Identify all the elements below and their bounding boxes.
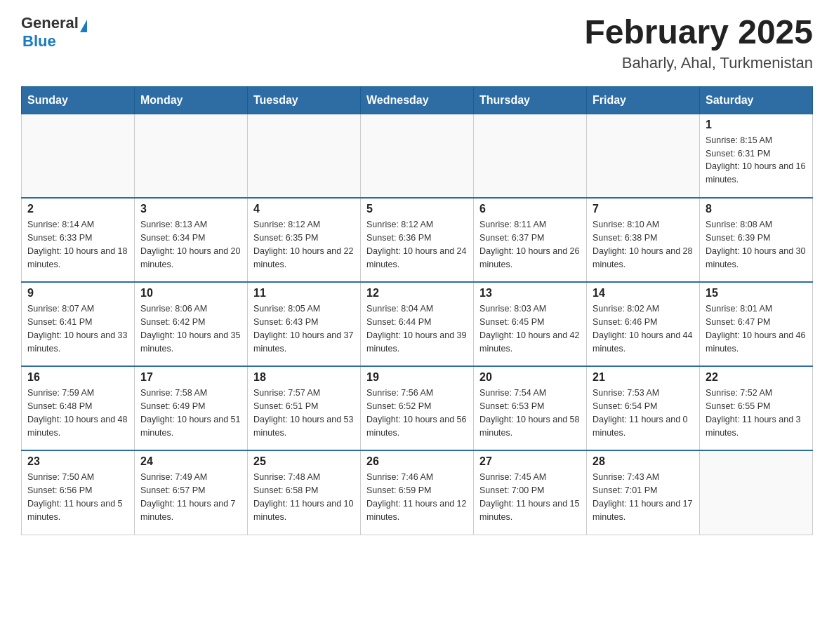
day-info: Sunrise: 7:53 AMSunset: 6:54 PMDaylight:… [593, 387, 694, 439]
calendar-cell: 15Sunrise: 8:01 AMSunset: 6:47 PMDayligh… [700, 282, 813, 366]
calendar-cell: 26Sunrise: 7:46 AMSunset: 6:59 PMDayligh… [361, 450, 474, 535]
calendar-cell: 1Sunrise: 8:15 AMSunset: 6:31 PMDaylight… [700, 114, 813, 198]
weekday-header-friday: Friday [587, 86, 700, 114]
day-info: Sunrise: 8:11 AMSunset: 6:37 PMDaylight:… [479, 218, 581, 271]
calendar-cell: 27Sunrise: 7:45 AMSunset: 7:00 PMDayligh… [474, 450, 587, 535]
calendar-table: SundayMondayTuesdayWednesdayThursdayFrid… [21, 86, 813, 535]
day-number: 17 [140, 371, 241, 384]
location-title: Baharly, Ahal, Turkmenistan [584, 54, 813, 72]
logo: General Blue [21, 14, 87, 51]
day-info: Sunrise: 7:59 AMSunset: 6:48 PMDaylight:… [27, 387, 128, 439]
calendar-cell: 17Sunrise: 7:58 AMSunset: 6:49 PMDayligh… [135, 366, 248, 450]
day-info: Sunrise: 8:02 AMSunset: 6:46 PMDaylight:… [593, 302, 694, 355]
weekday-header-sunday: Sunday [22, 86, 135, 114]
calendar-cell: 4Sunrise: 8:12 AMSunset: 6:35 PMDaylight… [248, 198, 361, 282]
day-info: Sunrise: 8:15 AMSunset: 6:31 PMDaylight:… [706, 134, 807, 187]
day-number: 15 [706, 287, 807, 300]
calendar-cell: 22Sunrise: 7:52 AMSunset: 6:55 PMDayligh… [700, 366, 813, 450]
calendar-cell: 14Sunrise: 8:02 AMSunset: 6:46 PMDayligh… [587, 282, 700, 366]
calendar-cell: 23Sunrise: 7:50 AMSunset: 6:56 PMDayligh… [22, 450, 135, 535]
calendar-cell: 25Sunrise: 7:48 AMSunset: 6:58 PMDayligh… [248, 450, 361, 535]
calendar-cell: 18Sunrise: 7:57 AMSunset: 6:51 PMDayligh… [248, 366, 361, 450]
day-number: 11 [253, 287, 355, 300]
weekday-header-saturday: Saturday [700, 86, 813, 114]
day-number: 9 [27, 287, 128, 300]
day-number: 19 [366, 371, 468, 384]
day-number: 22 [706, 371, 807, 384]
calendar-cell [361, 114, 474, 198]
day-number: 28 [593, 455, 694, 468]
day-number: 4 [253, 203, 355, 215]
day-number: 13 [479, 287, 581, 300]
calendar-week-row: 16Sunrise: 7:59 AMSunset: 6:48 PMDayligh… [22, 366, 813, 450]
day-info: Sunrise: 8:10 AMSunset: 6:38 PMDaylight:… [593, 218, 694, 271]
day-info: Sunrise: 8:08 AMSunset: 6:39 PMDaylight:… [706, 218, 807, 271]
day-info: Sunrise: 7:48 AMSunset: 6:58 PMDaylight:… [253, 471, 355, 523]
calendar-cell: 12Sunrise: 8:04 AMSunset: 6:44 PMDayligh… [361, 282, 474, 366]
logo-triangle-icon [80, 20, 87, 32]
calendar-cell: 19Sunrise: 7:56 AMSunset: 6:52 PMDayligh… [361, 366, 474, 450]
day-number: 6 [479, 203, 581, 215]
weekday-header-thursday: Thursday [474, 86, 587, 114]
day-info: Sunrise: 8:13 AMSunset: 6:34 PMDaylight:… [140, 218, 241, 271]
day-number: 2 [27, 203, 128, 215]
day-number: 10 [140, 287, 241, 300]
calendar-cell [474, 114, 587, 198]
day-number: 1 [706, 119, 807, 131]
calendar-cell: 10Sunrise: 8:06 AMSunset: 6:42 PMDayligh… [135, 282, 248, 366]
day-number: 18 [253, 371, 355, 384]
calendar-cell [22, 114, 135, 198]
day-info: Sunrise: 8:05 AMSunset: 6:43 PMDaylight:… [253, 302, 355, 355]
day-info: Sunrise: 8:01 AMSunset: 6:47 PMDaylight:… [706, 302, 807, 355]
calendar-week-row: 9Sunrise: 8:07 AMSunset: 6:41 PMDaylight… [22, 282, 813, 366]
day-number: 16 [27, 371, 128, 384]
calendar-cell: 5Sunrise: 8:12 AMSunset: 6:36 PMDaylight… [361, 198, 474, 282]
title-block: February 2025 Baharly, Ahal, Turkmenista… [584, 14, 813, 72]
day-info: Sunrise: 8:06 AMSunset: 6:42 PMDaylight:… [140, 302, 241, 355]
day-info: Sunrise: 8:12 AMSunset: 6:35 PMDaylight:… [253, 218, 355, 271]
calendar-cell: 9Sunrise: 8:07 AMSunset: 6:41 PMDaylight… [22, 282, 135, 366]
month-title: February 2025 [584, 14, 813, 51]
calendar-cell: 3Sunrise: 8:13 AMSunset: 6:34 PMDaylight… [135, 198, 248, 282]
day-info: Sunrise: 7:45 AMSunset: 7:00 PMDaylight:… [479, 471, 581, 523]
calendar-cell: 6Sunrise: 8:11 AMSunset: 6:37 PMDaylight… [474, 198, 587, 282]
day-info: Sunrise: 8:04 AMSunset: 6:44 PMDaylight:… [366, 302, 468, 355]
weekday-header-monday: Monday [135, 86, 248, 114]
calendar-cell: 11Sunrise: 8:05 AMSunset: 6:43 PMDayligh… [248, 282, 361, 366]
calendar-cell: 13Sunrise: 8:03 AMSunset: 6:45 PMDayligh… [474, 282, 587, 366]
day-info: Sunrise: 8:07 AMSunset: 6:41 PMDaylight:… [27, 302, 128, 355]
day-number: 12 [366, 287, 468, 300]
calendar-week-row: 2Sunrise: 8:14 AMSunset: 6:33 PMDaylight… [22, 198, 813, 282]
day-number: 27 [479, 455, 581, 468]
page-header: General Blue February 2025 Baharly, Ahal… [21, 14, 813, 72]
day-number: 7 [593, 203, 694, 215]
day-number: 21 [593, 371, 694, 384]
day-number: 23 [27, 455, 128, 468]
day-number: 24 [140, 455, 241, 468]
calendar-cell: 24Sunrise: 7:49 AMSunset: 6:57 PMDayligh… [135, 450, 248, 535]
day-number: 25 [253, 455, 355, 468]
day-info: Sunrise: 7:56 AMSunset: 6:52 PMDaylight:… [366, 387, 468, 439]
calendar-cell: 16Sunrise: 7:59 AMSunset: 6:48 PMDayligh… [22, 366, 135, 450]
day-info: Sunrise: 7:57 AMSunset: 6:51 PMDaylight:… [253, 387, 355, 439]
calendar-cell: 7Sunrise: 8:10 AMSunset: 6:38 PMDaylight… [587, 198, 700, 282]
calendar-cell: 8Sunrise: 8:08 AMSunset: 6:39 PMDaylight… [700, 198, 813, 282]
day-info: Sunrise: 7:43 AMSunset: 7:01 PMDaylight:… [593, 471, 694, 523]
day-info: Sunrise: 7:54 AMSunset: 6:53 PMDaylight:… [479, 387, 581, 439]
day-info: Sunrise: 7:46 AMSunset: 6:59 PMDaylight:… [366, 471, 468, 523]
weekday-header-row: SundayMondayTuesdayWednesdayThursdayFrid… [22, 86, 813, 114]
calendar-cell: 21Sunrise: 7:53 AMSunset: 6:54 PMDayligh… [587, 366, 700, 450]
day-info: Sunrise: 8:14 AMSunset: 6:33 PMDaylight:… [27, 218, 128, 271]
calendar-cell [135, 114, 248, 198]
calendar-cell: 28Sunrise: 7:43 AMSunset: 7:01 PMDayligh… [587, 450, 700, 535]
calendar-week-row: 1Sunrise: 8:15 AMSunset: 6:31 PMDaylight… [22, 114, 813, 198]
weekday-header-tuesday: Tuesday [248, 86, 361, 114]
calendar-week-row: 23Sunrise: 7:50 AMSunset: 6:56 PMDayligh… [22, 450, 813, 535]
calendar-cell [587, 114, 700, 198]
calendar-cell [248, 114, 361, 198]
day-number: 14 [593, 287, 694, 300]
day-number: 26 [366, 455, 468, 468]
day-number: 5 [366, 203, 468, 215]
logo-general-text: General [21, 14, 79, 32]
calendar-cell [700, 450, 813, 535]
